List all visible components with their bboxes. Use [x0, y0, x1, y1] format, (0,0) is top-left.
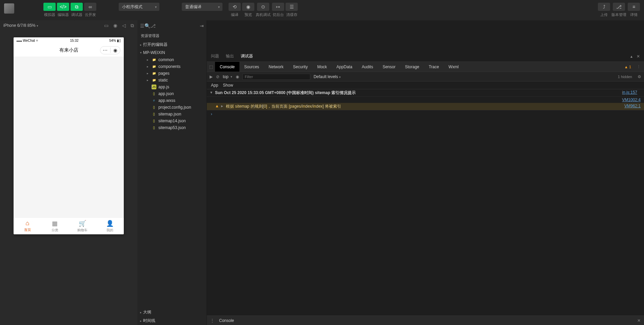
record-icon[interactable]: ◉ [113, 23, 117, 29]
devtools-tabs: ⬚ ConsoleSourcesNetworkSecurityMockAppDa… [207, 62, 644, 72]
device-select[interactable]: iPhone 6/7/8 85% [3, 23, 36, 28]
tab-output[interactable]: 输出 [226, 52, 234, 60]
root-folder[interactable]: MP-WEIXIN [137, 49, 207, 56]
exit-icon: ↦ [272, 3, 284, 11]
devtab-sensor[interactable]: Sensor [378, 62, 400, 72]
more-icon[interactable]: ⋮ [637, 65, 641, 69]
refresh-icon: ⟲ [229, 3, 241, 11]
simulator-button[interactable]: ▭ 模拟器 [43, 3, 56, 17]
file-sitemap.json[interactable]: {}sitemap.json [137, 111, 207, 118]
show-toggle[interactable]: Show [223, 83, 233, 88]
phone-status-bar: WeChat ᯤ 15:32 54% ▮▯ [14, 37, 124, 43]
tab-problems[interactable]: 问题 [211, 52, 219, 60]
chevron-right-icon[interactable]: ▸ [221, 104, 226, 109]
log-warning-message: 根据 sitemap 的规则[0]，当前页面 [pages/index/inde… [226, 104, 624, 109]
file-components[interactable]: ▸📁components [137, 63, 207, 70]
capsule-menu[interactable]: ⋯ ◉ [100, 46, 120, 54]
levels-select[interactable]: Default levels [314, 74, 338, 79]
status-time: 15:32 [70, 39, 79, 42]
devtab-mock[interactable]: Mock [312, 62, 332, 72]
warning-icon: ▲ [624, 65, 628, 69]
play-icon[interactable]: ▶ [210, 74, 213, 79]
file-static[interactable]: ▸📁static [137, 77, 207, 84]
file-app.wxss[interactable]: #app.wxss [137, 97, 207, 104]
search-icon[interactable]: 🔍 [144, 23, 150, 29]
collapse-icon[interactable]: ▴ [630, 54, 632, 59]
editor-button[interactable]: </> 编辑器 [57, 3, 69, 17]
background-button[interactable]: ↦ 切后台 [272, 3, 284, 17]
devtab-security[interactable]: Security [288, 62, 312, 72]
close-icon[interactable]: ✕ [637, 318, 641, 323]
detach-icon[interactable]: ⧉ [131, 23, 134, 29]
top-toolbar: ▭ 模拟器 </> 编辑器 ⧉ 调试器 ∞ 云开发 小程序模式 普通编译 ⟲ 编… [0, 0, 644, 20]
upload-icon: ⤴ [598, 3, 610, 11]
panel-toggle-icon[interactable]: ⇥ [200, 23, 204, 29]
phone-body[interactable] [14, 57, 124, 217]
clear-icon[interactable]: ⊘ [216, 74, 219, 79]
drawer-menu-icon[interactable]: ⋮ [210, 318, 214, 323]
chevron-down-icon[interactable]: ▾ [210, 90, 215, 96]
outline-section[interactable]: 大纲 [137, 308, 207, 317]
preview-button[interactable]: ◉ 预览 [242, 3, 254, 17]
eye-icon[interactable]: ◉ [236, 74, 239, 79]
clear-cache-button[interactable]: ☰ 清缓存 [286, 3, 298, 17]
filter-input[interactable] [242, 74, 310, 80]
timeline-section[interactable]: 时间线 [137, 317, 207, 325]
file-common[interactable]: ▸📁common [137, 56, 207, 63]
cloud-button[interactable]: ∞ 云开发 [84, 3, 96, 17]
console-prompt[interactable]: › [207, 110, 644, 118]
devtab-storage[interactable]: Storage [400, 62, 424, 72]
branch-icon[interactable]: ⎇ [150, 23, 156, 29]
version-button[interactable]: ⎇ 版本管理 [611, 3, 626, 17]
explorer-panel: ☰ 🔍 ⎇ ⇥ 资源管理器 打开的编辑器 MP-WEIXIN ▸📁common▸… [137, 20, 207, 325]
devtab-appdata[interactable]: AppData [332, 62, 357, 72]
rotate-icon[interactable]: ▭ [104, 23, 109, 29]
log-source-link[interactable]: VM962:1 [624, 104, 641, 109]
phone-tab-0[interactable]: ⌂首页 [14, 218, 41, 234]
editor-panel: 问题 输出 调试器 ▴ ✕ ⬚ ConsoleSourcesNetworkSec… [207, 20, 644, 325]
compile-button[interactable]: ⟲ 编译 [229, 3, 241, 17]
more-icon[interactable]: ⋯ [100, 48, 111, 53]
inspect-icon[interactable]: ⬚ [207, 65, 215, 69]
wifi-icon: ᯤ [36, 39, 39, 42]
phone-tab-2[interactable]: 🛒购物车 [69, 218, 96, 234]
list-icon[interactable]: ☰ [140, 23, 144, 29]
compile-select[interactable]: 普通编译 [182, 3, 222, 11]
tab-debugger[interactable]: 调试器 [241, 52, 253, 60]
app-toggle[interactable]: App [211, 83, 218, 88]
tab-icon: 👤 [106, 220, 114, 227]
devtab-sources[interactable]: Sources [239, 62, 264, 72]
devtab-wxml[interactable]: Wxml [444, 62, 463, 72]
console-output: ▾ Sun Oct 25 2020 15:33:05 GMT+0800 (中国标… [207, 89, 644, 118]
devtab-audits[interactable]: Audits [357, 62, 378, 72]
file-app.json[interactable]: {}app.json [137, 90, 207, 97]
devtab-network[interactable]: Network [264, 62, 288, 72]
remote-debug-button[interactable]: ⊙ 真机调试 [256, 3, 271, 17]
debugger-button[interactable]: ⧉ 调试器 [71, 3, 83, 17]
log-source-link[interactable]: VM1002:4 [622, 97, 641, 102]
devtab-trace[interactable]: Trace [424, 62, 444, 72]
close-icon[interactable]: ✕ [637, 54, 640, 59]
file-app.js[interactable]: JSapp.js [137, 84, 207, 90]
gear-icon[interactable]: ⚙ [638, 74, 641, 79]
file-sitemap14.json[interactable]: {}sitemap14.json [137, 118, 207, 124]
mute-icon[interactable]: ◁ [122, 23, 126, 29]
phone-tab-3[interactable]: 👤我的 [96, 218, 124, 234]
file-pages[interactable]: ▸📁pages [137, 70, 207, 77]
file-sitemap53.json[interactable]: {}sitemap53.json [137, 124, 207, 131]
target-icon[interactable]: ◉ [111, 48, 120, 53]
details-button[interactable]: ≡ 详情 [628, 3, 640, 17]
file-project.config.json[interactable]: {}project.config.json [137, 104, 207, 111]
explorer-title: 资源管理器 [137, 31, 207, 40]
context-select[interactable]: top [223, 74, 229, 79]
avatar[interactable] [4, 3, 14, 14]
drawer-console-tab[interactable]: Console [219, 318, 234, 323]
open-editors-section[interactable]: 打开的编辑器 [137, 40, 207, 49]
phone-icon: ▭ [43, 3, 56, 11]
hidden-count[interactable]: 1 hidden [618, 75, 632, 79]
log-source-link[interactable]: in.js:157 [622, 90, 637, 96]
devtab-console[interactable]: Console [215, 62, 239, 72]
upload-button[interactable]: ⤴ 上传 [598, 3, 610, 17]
mode-select[interactable]: 小程序模式 [119, 3, 159, 11]
phone-tab-1[interactable]: ▦分类 [41, 218, 69, 234]
